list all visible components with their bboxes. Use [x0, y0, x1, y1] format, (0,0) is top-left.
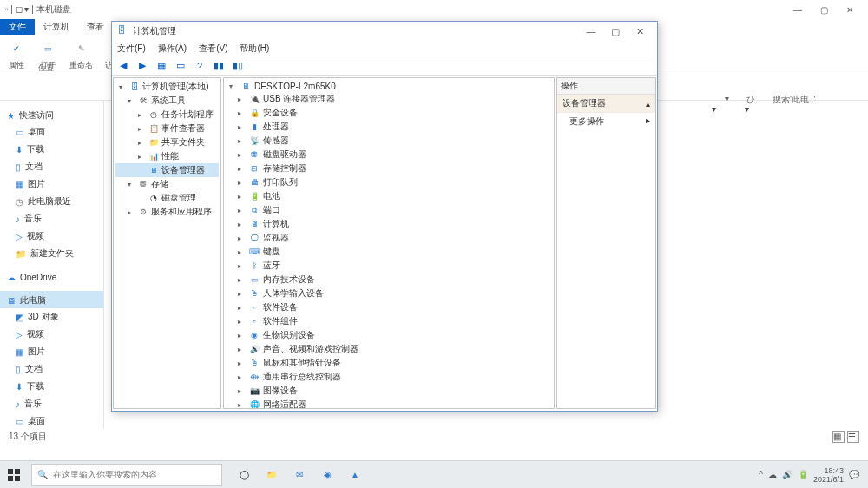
explorer-maximize-button[interactable]: ▢ — [811, 5, 837, 15]
device-category[interactable]: ▸🌐网络适配器 — [227, 398, 550, 409]
tray-notifications-icon[interactable]: 💬 — [849, 470, 859, 479]
device-category[interactable]: ▸🖱鼠标和其他指针设备 — [227, 356, 550, 370]
device-category[interactable]: ▸🖵监视器 — [227, 231, 550, 245]
ribbon-properties[interactable]: ✔属性 — [7, 39, 26, 71]
actions-more[interactable]: 更多操作▸ — [557, 113, 655, 130]
sidebar-item[interactable]: ▭桌面 — [0, 123, 103, 141]
tree-disk-management[interactable]: ◔磁盘管理 — [115, 191, 219, 205]
taskbar-edge[interactable]: ◉ — [314, 462, 340, 488]
device-rootAlphaComputer[interactable]: ▾🖥DESKTOP-L2m65K0 — [227, 80, 550, 92]
menu-view[interactable]: 查看(V) — [197, 43, 229, 55]
sidebar-item[interactable]: ▭桌面 — [0, 412, 103, 430]
mgmt-maximize-button[interactable]: ▢ — [603, 26, 628, 37]
device-category[interactable]: ▸🔌USB 连接器管理器 — [227, 92, 550, 106]
tree-event-viewer[interactable]: ▸📋事件查看器 — [115, 122, 219, 135]
search-icon: 🔍 — [37, 470, 48, 479]
tree-storage[interactable]: ▾⛃存储 — [115, 177, 219, 191]
sidebar-item[interactable]: ◩3D 对象 — [0, 308, 103, 326]
device-category[interactable]: ▸▮处理器 — [227, 120, 550, 134]
taskbar-cortana[interactable]: ◯ — [231, 462, 257, 488]
sidebar-item[interactable]: ◷此电脑最近 — [0, 193, 103, 210]
sidebar-item[interactable]: 📁新建文件夹 — [0, 245, 103, 262]
mgmt-minimize-button[interactable]: — — [579, 26, 603, 36]
sidebar-item[interactable]: ♪音乐 — [0, 210, 103, 228]
device-category[interactable]: ▸▫软件组件 — [227, 314, 550, 328]
taskbar-search[interactable]: 🔍在这里输入你要搜索的内容 — [31, 464, 222, 486]
sidebar-item[interactable]: ▷视频 — [0, 326, 103, 343]
view-details-button[interactable]: ☰ — [847, 431, 859, 443]
desktop-icon: ▭ — [16, 417, 23, 426]
ribbon-tab-view[interactable]: 查看 — [78, 19, 113, 35]
tray-overflow[interactable]: ^ — [759, 470, 763, 479]
device-category[interactable]: ▸🖥计算机 — [227, 217, 550, 231]
device-category[interactable]: ▸📷图像设备 — [227, 384, 550, 398]
toolbar-forward-button[interactable]: ▶ — [135, 58, 150, 74]
ribbon-rename[interactable]: ✎重命名 — [69, 39, 93, 71]
device-category[interactable]: ▸🔊声音、视频和游戏控制器 — [227, 342, 550, 356]
sidebar-this-pc[interactable]: 🖥此电脑 — [0, 291, 103, 308]
tree-performance[interactable]: ▸📊性能 — [115, 149, 219, 163]
sidebar-item[interactable]: ▦图片 — [0, 175, 103, 193]
device-category[interactable]: ▸ᛒ蓝牙 — [227, 259, 550, 273]
taskbar-explorer[interactable]: 📁 — [259, 462, 285, 488]
device-category[interactable]: ▸🖱人体学输入设备 — [227, 287, 550, 300]
tree-root[interactable]: ▾🗄计算机管理(本地) — [115, 80, 219, 94]
device-category[interactable]: ▸🔋电池 — [227, 189, 550, 203]
device-category[interactable]: ▸▭内存技术设备 — [227, 273, 550, 287]
tree-device-manager[interactable]: 🖥设备管理器 — [115, 163, 219, 177]
tray-battery-icon[interactable]: 🔋 — [798, 470, 808, 479]
device-category[interactable]: ▸⛃磁盘驱动器 — [227, 148, 550, 162]
app-icon: ▲ — [351, 470, 359, 479]
mgmt-close-button[interactable]: ✕ — [628, 26, 652, 37]
explorer-minimize-button[interactable]: — — [785, 5, 811, 15]
device-category[interactable]: ▸▫软件设备 — [227, 300, 550, 314]
sidebar-onedrive[interactable]: ☁OneDrive — [0, 269, 103, 284]
menu-help[interactable]: 帮助(H) — [238, 43, 271, 55]
device-category-icon: ⧉ — [249, 205, 260, 215]
device-category[interactable]: ▸⊟存储控制器 — [227, 162, 550, 175]
explorer-search[interactable]: 搜索'此电..' — [773, 94, 851, 106]
sidebar-item[interactable]: ▯文档 — [0, 360, 103, 378]
toolbar-btn[interactable]: ▮▯ — [230, 58, 246, 74]
toolbar-help-button[interactable]: ? — [192, 58, 207, 74]
device-category[interactable]: ▸⌨键盘 — [227, 245, 550, 259]
device-icon: 🖥 — [148, 165, 159, 175]
sidebar-item[interactable]: ▷视频 — [0, 228, 103, 245]
toolbar-btn[interactable]: ▮▮ — [211, 58, 227, 74]
tray-volume-icon[interactable]: 🔊 — [782, 470, 792, 479]
sidebar-quick-access[interactable]: ★快速访问 — [0, 106, 103, 123]
device-category[interactable]: ▸⟴通用串行总线控制器 — [227, 370, 550, 384]
tree-task-scheduler[interactable]: ▸◷任务计划程序 — [115, 108, 219, 122]
tray-onedrive-icon[interactable]: ☁ — [768, 470, 777, 479]
toolbar-refresh-button[interactable]: ▭ — [173, 58, 188, 74]
device-category[interactable]: ▸◉生物识别设备 — [227, 328, 550, 342]
start-button[interactable] — [0, 461, 28, 489]
tree-system-tools[interactable]: ▾🛠系统工具 — [115, 94, 219, 108]
taskbar-app[interactable]: ▲ — [342, 462, 368, 488]
sidebar-item[interactable]: ♪音乐 — [0, 395, 103, 412]
taskbar-clock[interactable]: 18:43 2021/6/1 — [813, 466, 844, 484]
taskbar-mail[interactable]: ✉ — [286, 462, 312, 488]
menu-file[interactable]: 文件(F) — [115, 43, 148, 55]
sidebar-item[interactable]: ▯文档 — [0, 158, 103, 175]
sidebar-item[interactable]: ⬇下载 — [0, 141, 103, 158]
menu-action[interactable]: 操作(A) — [156, 43, 188, 55]
ribbon-tab-file[interactable]: 文件 — [0, 19, 35, 35]
sidebar-item[interactable]: ▦图片 — [0, 343, 103, 360]
tree-services-apps[interactable]: ▸⚙服务和应用程序 — [115, 205, 219, 219]
device-category[interactable]: ▸🔒安全设备 — [227, 106, 550, 120]
ribbon-tab-computer[interactable]: 计算机 — [35, 19, 78, 35]
toolbar-back-button[interactable]: ◀ — [115, 58, 131, 74]
toolbar-view-button[interactable]: ▦ — [154, 58, 169, 74]
device-category-icon: ▫ — [249, 316, 260, 326]
actions-device-manager[interactable]: 设备管理器▴ — [557, 95, 655, 113]
device-category[interactable]: ▸⧉端口 — [227, 203, 550, 217]
device-category[interactable]: ▸🖶打印队列 — [227, 175, 550, 189]
tree-shared-folders[interactable]: ▸📁共享文件夹 — [115, 135, 219, 149]
view-thumbnails-button[interactable]: ▦ — [832, 431, 845, 443]
chart-icon: 📊 — [148, 151, 159, 162]
sidebar-item[interactable]: ⬇下载 — [0, 378, 103, 395]
device-category-icon: ᛒ — [249, 260, 260, 271]
device-category[interactable]: ▸📡传感器 — [227, 134, 550, 148]
explorer-close-button[interactable]: ✕ — [837, 5, 863, 15]
